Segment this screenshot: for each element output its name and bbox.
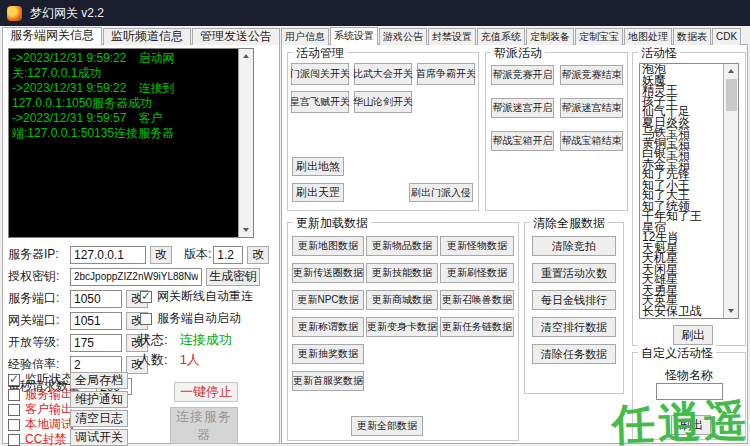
output-checkbox[interactable]: CC封禁	[8, 433, 73, 446]
version-change-button[interactable]: 改	[247, 246, 269, 264]
activity-group-title: 活动管理	[293, 45, 347, 62]
gang-activity-group: 帮派活动 帮派竞赛开启帮派竞赛结束帮派迷宫开启帮派迷宫结束帮战宝箱开启帮战宝箱结…	[485, 52, 628, 211]
spawn-selected-monster-button[interactable]: 刷出	[673, 325, 713, 345]
right-tab[interactable]: 游戏公告	[379, 28, 427, 45]
title-bar: 梦幻网关 v2.2	[0, 0, 750, 26]
right-tab[interactable]: 定制宝宝	[575, 28, 623, 45]
monster-list-item[interactable]: 长安保卫战	[642, 306, 723, 317]
arrow-up-icon	[728, 69, 734, 73]
update-group-title: 更新加载数据	[293, 215, 371, 232]
update-data-button[interactable]: 更新地图数据	[292, 236, 364, 256]
clear-data-button[interactable]: 清除任务数据	[532, 344, 616, 364]
spawn-sect-invasion-button[interactable]: 刷出门派入侵	[409, 183, 473, 202]
right-tab[interactable]: 定制装备	[526, 28, 574, 45]
connect-server-button[interactable]: 连接服务器	[170, 407, 238, 444]
left-tab[interactable]: 管理发送公告	[192, 28, 280, 45]
update-all-button[interactable]: 更新全部数据	[351, 416, 423, 436]
gang-activity-button[interactable]: 帮派竞赛结束	[560, 65, 623, 85]
output-checkbox[interactable]: 客户输出	[8, 403, 73, 416]
scroll-up-button[interactable]	[724, 64, 738, 78]
server-ip-input[interactable]	[70, 246, 146, 264]
scroll-down-button[interactable]	[239, 223, 253, 237]
left-tab[interactable]: 服务端网关信息	[2, 27, 102, 45]
auth-key-input[interactable]	[70, 268, 202, 286]
exp-rate-input[interactable]	[70, 356, 122, 374]
clear-data-button[interactable]: 每日金钱排行	[532, 290, 616, 310]
option-checkbox-group: 网关断线自动重连 服务端自动启动	[140, 290, 253, 334]
arrow-up-icon	[243, 54, 249, 58]
action-button[interactable]: 维护通知	[70, 391, 128, 408]
server-log-console[interactable]: ->2023/12/31 9:59:22启动网关:127.0.0.1成功->20…	[8, 48, 254, 238]
arrow-down-icon	[243, 228, 249, 232]
activity-switch-button[interactable]: 首席争霸开关	[417, 63, 475, 85]
update-data-button[interactable]: 更新任务链数据	[440, 317, 514, 337]
gang-activity-button[interactable]: 帮战宝箱结束	[560, 131, 623, 151]
spawn-disha-button[interactable]: 刷出地煞	[292, 157, 344, 176]
update-data-button[interactable]: 更新变身卡数据	[366, 317, 438, 337]
gang-activity-button[interactable]: 帮派竞赛开启	[491, 65, 554, 85]
console-scrollbar[interactable]	[238, 49, 253, 237]
gateway-port-input[interactable]	[70, 312, 122, 330]
action-button[interactable]: 调试开关	[70, 429, 128, 446]
output-checkbox[interactable]: 监听状态	[8, 373, 73, 386]
scroll-thumb[interactable]	[726, 79, 737, 111]
update-data-button[interactable]: 更新商城数据	[366, 290, 438, 310]
activity-switch-button[interactable]: 皇宫飞贼开关	[291, 91, 349, 113]
gateway-port-label: 网关端口:	[8, 312, 70, 329]
stop-all-button[interactable]: 一键停止	[174, 382, 238, 402]
right-tab[interactable]: 用户信息	[281, 28, 329, 45]
clear-data-button[interactable]: 清空排行数据	[532, 317, 616, 337]
activity-switch-button[interactable]: 门派闯关开关	[291, 63, 349, 85]
app-icon	[7, 6, 22, 21]
clear-data-button[interactable]: 清除竞拍	[532, 236, 616, 256]
version-input[interactable]	[213, 246, 243, 264]
monster-name-input[interactable]	[656, 383, 723, 400]
update-data-button[interactable]: 更新召唤兽数据	[440, 290, 514, 310]
right-tab[interactable]: 封禁设置	[428, 28, 476, 45]
generate-key-button[interactable]: 生成密钥	[206, 268, 260, 286]
right-tab[interactable]: 数据表	[673, 28, 711, 45]
gang-activity-button[interactable]: 帮战宝箱开启	[491, 131, 554, 151]
open-level-input[interactable]	[70, 334, 122, 352]
update-data-button[interactable]: 更新刷怪数据	[440, 263, 514, 283]
action-button[interactable]: 全局存档	[70, 372, 128, 389]
update-data-button[interactable]: 更新抽奖数据	[292, 344, 364, 364]
log-timestamp: ->2023/12/31 9:59:22	[12, 81, 126, 95]
gang-button-grid: 帮派竞赛开启帮派竞赛结束帮派迷宫开启帮派迷宫结束帮战宝箱开启帮战宝箱结束	[486, 53, 627, 151]
output-checkbox[interactable]: 服务输出	[8, 388, 73, 401]
right-tab[interactable]: 系统设置	[330, 27, 378, 45]
output-checkbox[interactable]: 本地调试	[8, 418, 73, 431]
monster-listbox[interactable]: 泡泡妖魔精灵王孩子王仙气十足夏日炎炎乌铁宝箱黄铜宝箱白银宝箱赤金宝箱知了先锋知了…	[639, 63, 739, 319]
left-tab[interactable]: 监听频道信息	[103, 28, 191, 45]
update-data-button[interactable]: 更新技能数据	[366, 263, 438, 283]
option-checkbox[interactable]: 网关断线自动重连	[140, 290, 253, 303]
gang-activity-button[interactable]: 帮派迷宫结束	[560, 98, 623, 118]
update-data-button[interactable]: 更新NPC数据	[292, 290, 364, 310]
server-port-input[interactable]	[70, 290, 122, 308]
gang-activity-button[interactable]: 帮派迷宫开启	[491, 98, 554, 118]
update-data-button[interactable]: 更新称谓数据	[292, 317, 364, 337]
server-ip-change-button[interactable]: 改	[150, 246, 172, 264]
scroll-up-button[interactable]	[239, 49, 253, 63]
update-data-button[interactable]: 更新物品数据	[366, 236, 438, 256]
monster-list-scrollbar[interactable]	[723, 64, 738, 318]
players-label: 人数:	[138, 351, 168, 369]
update-data-button[interactable]: 更新首服奖数据	[292, 371, 364, 391]
option-checkbox[interactable]: 服务端自动启动	[140, 312, 253, 325]
open-level-row: 开放等级: 改	[8, 333, 148, 352]
update-data-button[interactable]: 更新传送圈数据	[292, 263, 364, 283]
activity-switch-button[interactable]: 华山论剑开关	[354, 91, 412, 113]
action-button[interactable]: 清空日志	[70, 410, 128, 427]
spawn-tiangang-button[interactable]: 刷出天罡	[292, 183, 344, 202]
server-ip-label: 服务器IP:	[8, 246, 70, 263]
right-tab[interactable]: CDK	[712, 28, 741, 45]
spawn-custom-monster-button[interactable]: 刷出	[671, 415, 711, 435]
activity-switch-button[interactable]: 比武大会开关	[354, 63, 412, 85]
update-data-button[interactable]: 更新怪物数据	[440, 236, 514, 256]
scroll-down-button[interactable]	[724, 304, 738, 318]
right-tab[interactable]: 充值系统	[477, 28, 525, 45]
monster-list: 泡泡妖魔精灵王孩子王仙气十足夏日炎炎乌铁宝箱黄铜宝箱白银宝箱赤金宝箱知了先锋知了…	[640, 64, 723, 318]
right-tab[interactable]: 地图处理	[624, 28, 672, 45]
auth-key-row: 授权密钥: 生成密钥	[8, 267, 260, 286]
clear-data-button[interactable]: 重置活动次数	[532, 263, 616, 283]
